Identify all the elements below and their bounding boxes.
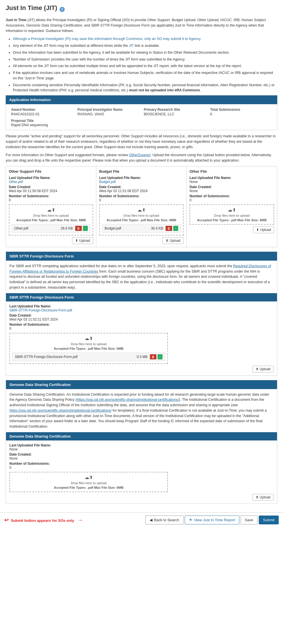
back-icon: ◀ — [150, 518, 152, 522]
other-support-upload-btn[interactable]: ⬆ Upload — [72, 237, 93, 244]
submit-button[interactable]: Submit — [259, 516, 279, 524]
other-support-para1: Please provide "active and pending" supp… — [6, 134, 277, 150]
primary-site-col: Primary Research Site BIOSCIENCE, LLC — [142, 106, 208, 117]
other-support-para2: For more information on Other Support an… — [6, 152, 277, 163]
footer-bar: ↩ Submit button appears for SOs only → ◀… — [0, 512, 283, 527]
file-panels-grid: Other Support File Last Uploaded File Na… — [6, 166, 277, 247]
genome-sub-header: Genome Data Sharing Certification — [6, 432, 277, 440]
upload-icon: ⬆ — [166, 239, 168, 243]
genome-drop-zone[interactable]: ☁⬆ Drop files here to upload Accepted Fi… — [9, 472, 168, 492]
sbir-drop-zone[interactable]: ☁⬆ Drop files here to upload Accepted Fi… — [9, 333, 168, 364]
sbir-section: SBIR STTR Foreign Disclosure Form For SB… — [6, 251, 277, 376]
cloud-upload-icon: ☁⬆ — [47, 207, 55, 213]
award-number-col: Award Number R44CA010101-01 — [9, 106, 75, 117]
upload-icon: ⬆ — [256, 495, 258, 499]
back-to-search-button[interactable]: ◀ Back to Search — [145, 516, 183, 524]
budget-drop-zone[interactable]: ☁⬆ Drop files here to upload Accepted Fi… — [99, 204, 184, 236]
cloud-upload-icon: ☁⬆ — [228, 207, 236, 213]
other-support-file-item: Other.pdf 28.6 KB 🗑 ↑ — [12, 224, 90, 233]
view-other-support-btn[interactable]: ↑ — [83, 226, 88, 231]
other-upload-btn[interactable]: ⬆ Upload — [253, 226, 274, 233]
app-info-header: Application Information — [6, 95, 277, 104]
eye-icon: 👁 — [189, 518, 193, 522]
sbir-file-link[interactable]: SBIR-STTR-Foreign-Disclosure-Form.pdf — [9, 308, 274, 312]
budget-upload-btn[interactable]: ⬆ Upload — [162, 237, 184, 244]
cloud-upload-icon: ☁⬆ — [137, 207, 146, 213]
view-jit-report-button[interactable]: 👁 View Just In Time Report — [185, 516, 239, 524]
budget-file-item: Budget.pdf 30.4 KB 🗑 ↑ — [102, 224, 181, 233]
save-button[interactable]: Save — [241, 516, 258, 524]
view-sbir-btn[interactable]: ↑ — [158, 354, 163, 359]
intro-bullets: Although a Principal Investigator (PI) m… — [13, 36, 277, 93]
delete-budget-btn[interactable]: 🗑 — [166, 226, 172, 231]
cloud-upload-icon: ☁⬆ — [85, 475, 93, 480]
budget-file-panel: Budget File Last Uploaded File Name: Bud… — [96, 166, 187, 247]
other-file-panel: Other File Last Uploaded File Name: None… — [187, 166, 277, 247]
sbir-sub-body: Last Uploaded File Name: SBIR-STTR-Forei… — [6, 301, 277, 375]
view-budget-btn[interactable]: ↑ — [173, 226, 178, 231]
genome-file-value: None — [9, 447, 274, 451]
page-title: Just In Time (JIT) — [6, 4, 57, 12]
upload-icon: ⬆ — [75, 239, 78, 243]
sbir-text: For SBIR and STTR competing applications… — [6, 261, 277, 293]
help-icon[interactable]: ? — [60, 7, 65, 12]
upload-icon: ⬆ — [256, 228, 259, 232]
pi-name-col: Principal Investigator Name RASHAO, VAAO — [75, 106, 142, 117]
other-drop-zone[interactable]: ☁⬆ Drop files here to upload Accepted Fi… — [190, 204, 274, 225]
delete-other-support-btn[interactable]: 🗑 — [75, 226, 82, 231]
genome-upload-btn[interactable]: ⬆ Upload — [253, 494, 274, 501]
upload-icon: ⬆ — [256, 367, 258, 371]
other-support-file-panel: Other Support File Last Uploaded File Na… — [6, 166, 96, 247]
sbir-header: SBIR STTR Foreign Disclosure Form — [6, 252, 277, 261]
other-support-drop-zone[interactable]: ☁⬆ Drop files here to upload Accepted Fi… — [9, 204, 93, 236]
genome-section: Genome Data Sharing Certification Genome… — [6, 380, 277, 504]
total-submissions-col: Total Submissions 0 — [208, 106, 274, 117]
sbir-file-item: SBIR-STTR-Foreign-Disclosure-Form.pdf 0.… — [12, 353, 165, 361]
cloud-upload-icon: ☁⬆ — [85, 336, 93, 341]
genome-header: Genome Data Sharing Certification — [6, 380, 277, 389]
intro-text: Just in Time (JIT) allows the Principal … — [6, 17, 277, 33]
sbir-upload-btn[interactable]: ⬆ Upload — [253, 366, 274, 373]
genome-text: Genome Data Sharing Certification. An In… — [6, 389, 277, 432]
genome-sub-body: Last Uploaded File Name: None Date Creat… — [6, 440, 277, 504]
delete-sbir-btn[interactable]: 🗑 — [150, 354, 156, 359]
sbir-sub-header: SBIR STTR Foreign Disclosure Form — [6, 293, 277, 301]
footer-note: ↩ Submit button appears for SOs only → — [4, 517, 83, 523]
